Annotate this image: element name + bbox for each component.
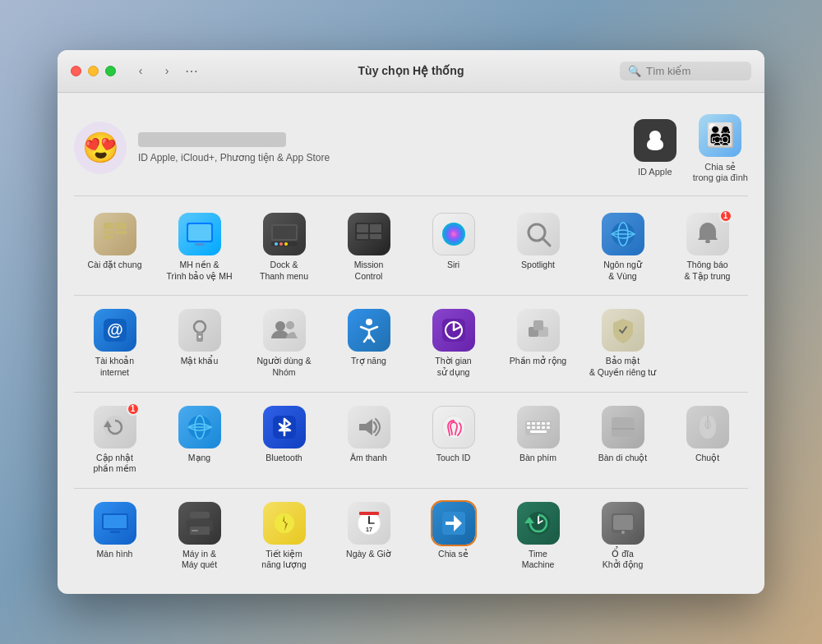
pref-spotlight[interactable]: Spotlight <box>497 206 579 288</box>
icon-grid: Cài đặt chung MH nền &Trình bảo vệ MH Do… <box>74 206 748 577</box>
svg-rect-17 <box>357 234 368 239</box>
siri-label: Siri <box>447 260 459 271</box>
display-icon <box>94 502 136 545</box>
svg-rect-65 <box>110 531 120 533</box>
svg-rect-50 <box>537 422 540 425</box>
pref-desktop[interactable]: MH nền &Trình bảo vệ MH <box>159 206 240 288</box>
pref-mission[interactable]: MissionControl <box>328 206 409 288</box>
pref-network[interactable]: Mạng <box>159 399 240 481</box>
traffic-lights <box>71 66 116 76</box>
pref-screentime[interactable]: Thời giansử dụng <box>413 302 494 384</box>
svg-rect-69 <box>192 530 198 531</box>
close-button[interactable] <box>71 66 81 76</box>
svg-rect-0 <box>104 223 113 229</box>
pref-bluetooth[interactable]: Bluetooth <box>243 399 325 481</box>
screentime-icon <box>432 309 475 352</box>
pref-touchid[interactable]: Touch ID <box>413 399 494 481</box>
system-preferences-window: ‹ › ⋯ Tùy chọn Hệ thống 🔍 😍 ID Apple, iC… <box>58 50 764 594</box>
pref-keyboard[interactable]: Bàn phím <box>497 399 579 481</box>
trackpad-icon <box>602 406 644 448</box>
apple-id-icon <box>634 119 677 162</box>
pref-mouse[interactable]: Chuột <box>667 399 748 481</box>
divider-3 <box>74 488 748 489</box>
apple-id-action[interactable]: ID Apple <box>634 119 677 177</box>
search-box[interactable]: 🔍 <box>620 62 751 80</box>
pref-siri[interactable]: Siri <box>413 206 494 288</box>
nav-buttons: ‹ › <box>129 62 178 80</box>
keyboard-icon <box>517 406 560 448</box>
pref-sharing[interactable]: Chia sẻ <box>413 495 494 577</box>
notification-icon: 1 <box>686 213 729 255</box>
pref-password[interactable]: Mật khẩu <box>159 302 240 384</box>
svg-rect-52 <box>547 422 550 425</box>
svg-rect-54 <box>532 426 535 429</box>
search-icon: 🔍 <box>628 65 641 77</box>
divider-2 <box>74 392 748 393</box>
pref-trackpad[interactable]: Bàn di chuột <box>582 399 663 481</box>
pref-users[interactable]: Người dùng &Nhóm <box>243 302 325 384</box>
avatar[interactable]: 😍 <box>74 122 127 174</box>
profile-subtitle: ID Apple, iCloud+, Phương tiện & App Sto… <box>138 152 330 163</box>
startup-label: Ổ đĩaKhởi động <box>603 549 644 571</box>
svg-rect-2 <box>104 236 113 239</box>
bluetooth-label: Bluetooth <box>266 453 302 464</box>
dock-label: Dock &Thanh menu <box>260 260 308 282</box>
pref-notification[interactable]: 1 Thông báo& Tập trung <box>667 206 748 288</box>
profile-name-blur <box>138 132 286 147</box>
svg-rect-16 <box>370 224 381 232</box>
update-label: Cập nhậtphần mềm <box>94 453 136 475</box>
internet-label: Tài khoảninternet <box>95 356 134 378</box>
timemachine-label: TimeMachine <box>522 549 555 571</box>
profile-info: ID Apple, iCloud+, Phương tiện & App Sto… <box>138 132 330 163</box>
svg-line-21 <box>543 238 550 246</box>
network-label: Mạng <box>188 453 210 464</box>
users-icon <box>263 309 306 352</box>
general-icon <box>94 213 136 255</box>
svg-rect-49 <box>532 422 535 425</box>
content-area: 😍 ID Apple, iCloud+, Phương tiện & App S… <box>58 93 764 594</box>
svg-rect-82 <box>613 515 633 530</box>
pref-battery[interactable]: Tiết kiệmnăng lượng <box>243 495 325 577</box>
back-button[interactable]: ‹ <box>129 62 152 80</box>
pref-extensions[interactable]: Phần mở rộng <box>497 302 579 384</box>
grid-view-button[interactable]: ⋯ <box>185 63 198 79</box>
pref-language[interactable]: Ngôn ngữ& Vùng <box>582 206 663 288</box>
pref-general[interactable]: Cài đặt chung <box>74 206 155 288</box>
accessibility-icon <box>348 309 390 352</box>
sharing-icon <box>432 502 475 545</box>
svg-rect-53 <box>527 426 530 429</box>
apple-id-label: ID Apple <box>638 167 672 177</box>
pref-display[interactable]: Màn hình <box>74 495 155 577</box>
svg-point-11 <box>275 242 278 246</box>
svg-marker-45 <box>359 419 372 435</box>
pref-datetime[interactable]: 17 Ngày & Giờ <box>328 495 409 577</box>
password-label: Mật khẩu <box>181 356 219 367</box>
pref-internet[interactable]: @ Tài khoảninternet <box>74 302 155 384</box>
display-label: Màn hình <box>97 549 133 560</box>
svg-rect-58 <box>530 430 547 433</box>
family-sharing-action[interactable]: 👨‍👩‍👧‍👦 Chia sẻtrong gia đình <box>693 114 748 182</box>
pref-accessibility[interactable]: Trợ năng <box>328 302 409 384</box>
pref-sound[interactable]: Âm thanh <box>328 399 409 481</box>
forward-button[interactable]: › <box>155 62 178 80</box>
sharing-label: Chia sẻ <box>438 549 469 560</box>
minimize-button[interactable] <box>88 66 99 76</box>
pref-update[interactable]: 1 Cập nhậtphần mềm <box>74 399 155 481</box>
maximize-button[interactable] <box>105 66 116 76</box>
svg-point-32 <box>286 321 294 329</box>
svg-point-83 <box>621 531 625 534</box>
svg-rect-25 <box>705 240 710 243</box>
pref-dock[interactable]: Dock &Thanh menu <box>243 206 325 288</box>
keyboard-label: Bàn phím <box>520 453 556 464</box>
pref-startup[interactable]: Ổ đĩaKhởi động <box>582 495 663 577</box>
svg-rect-56 <box>542 426 545 429</box>
pref-security[interactable]: Bảo mật& Quyền riêng tư <box>582 302 663 384</box>
svg-rect-15 <box>357 224 368 232</box>
svg-rect-18 <box>370 234 381 239</box>
search-input[interactable] <box>646 65 743 77</box>
extensions-label: Phần mở rộng <box>510 356 566 367</box>
mouse-label: Chuột <box>695 453 719 464</box>
spotlight-icon <box>517 213 560 255</box>
pref-timemachine[interactable]: TimeMachine <box>497 495 579 577</box>
pref-printer[interactable]: Máy in &Máy quét <box>159 495 240 577</box>
